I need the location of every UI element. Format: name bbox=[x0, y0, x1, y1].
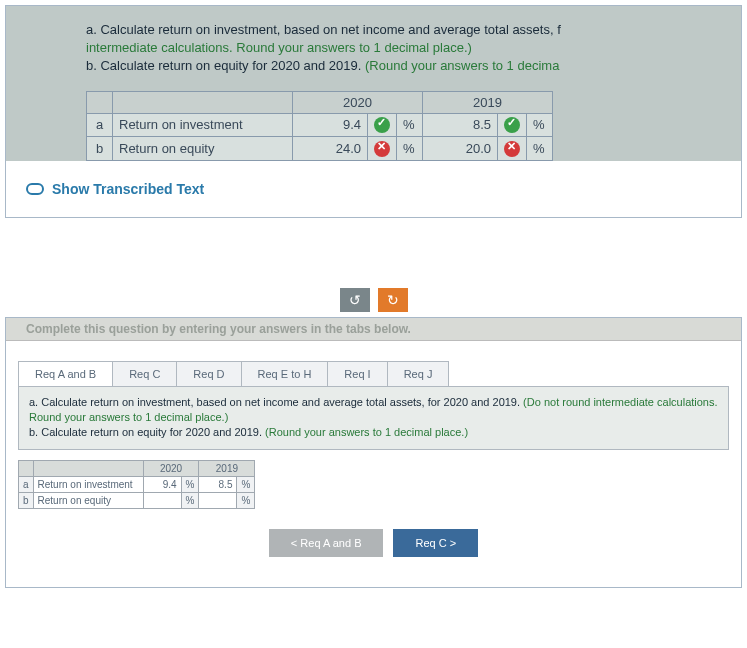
table-row: a Return on investment 9.4 % 8.5 % bbox=[19, 476, 255, 492]
question-image-area: a. Calculate return on investment, based… bbox=[6, 6, 741, 161]
instr-a-sub: intermediate calculations. Round your an… bbox=[86, 40, 472, 55]
sm-row-id: a bbox=[19, 476, 34, 492]
instr-b-main: Calculate return on equity for 2020 and … bbox=[100, 58, 365, 73]
instruction-text: a. Calculate return on investment, based… bbox=[86, 21, 726, 76]
check-icon bbox=[504, 117, 520, 133]
transcribe-icon bbox=[26, 183, 44, 195]
bottom-panel: Complete this question by entering your … bbox=[5, 317, 742, 588]
b-instr-b-main: Calculate return on equity for 2020 and … bbox=[41, 426, 265, 438]
value-2020: 24.0 bbox=[293, 137, 368, 161]
tab-req-i[interactable]: Req I bbox=[327, 361, 387, 386]
row-label: Return on investment bbox=[113, 113, 293, 137]
tab-req-j[interactable]: Req J bbox=[387, 361, 450, 386]
show-transcribed-button[interactable]: Show Transcribed Text bbox=[6, 161, 741, 217]
sm-row-label: Return on equity bbox=[33, 492, 143, 508]
pct: % bbox=[237, 476, 255, 492]
instr-b-prefix: b. bbox=[86, 58, 100, 73]
redo-button[interactable]: ↻ bbox=[378, 288, 408, 312]
value-2020: 9.4 bbox=[293, 113, 368, 137]
center-controls: ↺ ↻ bbox=[5, 288, 742, 312]
answer-table: 2020 2019 a Return on investment 9.4 % 8… bbox=[18, 460, 255, 509]
show-transcribed-label: Show Transcribed Text bbox=[52, 181, 204, 197]
instr-a-main: Calculate return on investment, based on… bbox=[100, 22, 560, 37]
instr-b-paren: (Round your answers to 1 decima bbox=[365, 58, 559, 73]
b-instr-b-prefix: b. bbox=[29, 426, 41, 438]
pct: % bbox=[397, 113, 423, 137]
pct: % bbox=[527, 137, 553, 161]
tab-req-c[interactable]: Req C bbox=[112, 361, 177, 386]
input-2019-roe[interactable] bbox=[199, 492, 237, 508]
nav-row: < Req A and B Req C > bbox=[6, 529, 741, 587]
b-instr-a-main: Calculate return on investment, based on… bbox=[41, 396, 523, 408]
result-table: 2020 2019 a Return on investment 9.4 % 8… bbox=[86, 91, 553, 161]
table-row: b Return on equity % % bbox=[19, 492, 255, 508]
table-row: b Return on equity 24.0 % 20.0 % bbox=[87, 137, 553, 161]
x-icon bbox=[374, 141, 390, 157]
sm-header-2020: 2020 bbox=[143, 460, 199, 476]
tab-row: Req A and B Req C Req D Req E to H Req I… bbox=[6, 341, 741, 386]
next-button[interactable]: Req C > bbox=[393, 529, 478, 557]
pct: % bbox=[181, 476, 199, 492]
header-2019: 2019 bbox=[423, 91, 553, 113]
row-label: Return on equity bbox=[113, 137, 293, 161]
complete-banner: Complete this question by entering your … bbox=[6, 318, 741, 341]
pct: % bbox=[181, 492, 199, 508]
header-2020: 2020 bbox=[293, 91, 423, 113]
table-row: a Return on investment 9.4 % 8.5 % bbox=[87, 113, 553, 137]
tab-req-e-h[interactable]: Req E to H bbox=[241, 361, 329, 386]
undo-button[interactable]: ↺ bbox=[340, 288, 370, 312]
pct: % bbox=[397, 137, 423, 161]
input-2020-roi[interactable]: 9.4 bbox=[143, 476, 181, 492]
x-icon bbox=[504, 141, 520, 157]
pct: % bbox=[527, 113, 553, 137]
top-panel: a. Calculate return on investment, based… bbox=[5, 5, 742, 218]
instr-a-prefix: a. bbox=[86, 22, 100, 37]
instruction-box: a. Calculate return on investment, based… bbox=[18, 386, 729, 450]
value-2019: 8.5 bbox=[423, 113, 498, 137]
b-instr-a-prefix: a. bbox=[29, 396, 41, 408]
prev-button[interactable]: < Req A and B bbox=[269, 529, 384, 557]
sm-row-id: b bbox=[19, 492, 34, 508]
check-icon bbox=[374, 117, 390, 133]
tab-req-a-b[interactable]: Req A and B bbox=[18, 361, 113, 386]
pct: % bbox=[237, 492, 255, 508]
sm-header-2019: 2019 bbox=[199, 460, 255, 476]
value-2019: 20.0 bbox=[423, 137, 498, 161]
answer-table-wrap: 2020 2019 a Return on investment 9.4 % 8… bbox=[6, 450, 741, 529]
input-2019-roi[interactable]: 8.5 bbox=[199, 476, 237, 492]
row-id: b bbox=[87, 137, 113, 161]
input-2020-roe[interactable] bbox=[143, 492, 181, 508]
sm-row-label: Return on investment bbox=[33, 476, 143, 492]
row-id: a bbox=[87, 113, 113, 137]
b-instr-b-paren: (Round your answers to 1 decimal place.) bbox=[265, 426, 468, 438]
tab-req-d[interactable]: Req D bbox=[176, 361, 241, 386]
